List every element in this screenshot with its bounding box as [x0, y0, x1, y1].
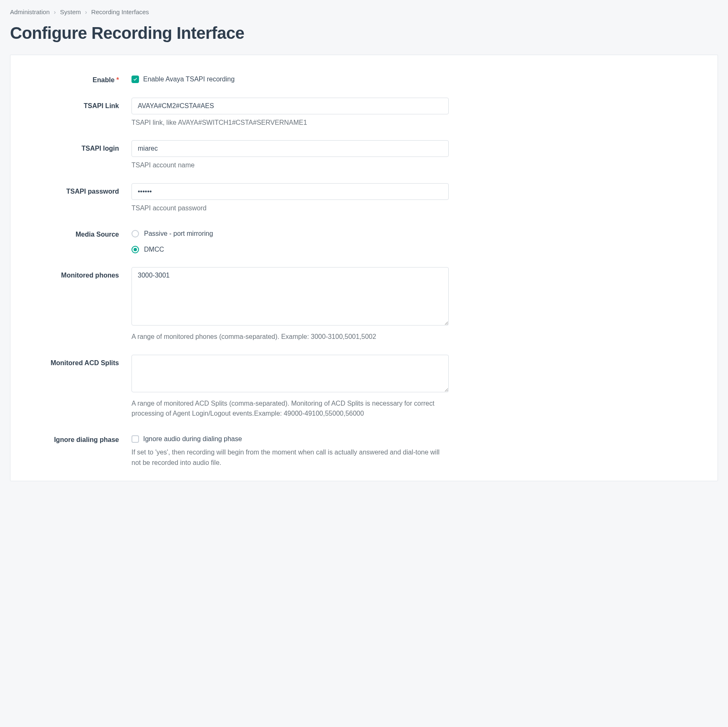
radio-dmcc[interactable]: DMCC	[131, 245, 449, 255]
row-monitored-acd: Monitored ACD Splits A range of monitore…	[23, 355, 705, 419]
breadcrumb: Administration › System › Recording Inte…	[10, 8, 718, 17]
ignore-dialing-checkbox[interactable]	[131, 435, 139, 443]
hint-tsapi-login: TSAPI account name	[131, 160, 449, 171]
label-enable: Enable *	[23, 72, 131, 85]
tsapi-login-input[interactable]	[131, 140, 449, 157]
row-ignore-dialing: Ignore dialing phase Ignore audio during…	[23, 432, 705, 468]
label-tsapi-link: TSAPI Link	[23, 98, 131, 111]
label-tsapi-login: TSAPI login	[23, 140, 131, 154]
page-title: Configure Recording Interface	[10, 20, 718, 45]
monitored-acd-textarea[interactable]	[131, 355, 449, 392]
check-icon	[133, 77, 138, 82]
monitored-phones-textarea[interactable]	[131, 267, 449, 326]
tsapi-link-input[interactable]	[131, 98, 449, 114]
hint-tsapi-password: TSAPI account password	[131, 203, 449, 214]
breadcrumb-item-recording-interfaces[interactable]: Recording Interfaces	[91, 8, 149, 17]
enable-checkbox[interactable]	[131, 76, 139, 83]
label-monitored-phones: Monitored phones	[23, 267, 131, 280]
row-media-source: Media Source Passive - port mirroring DM…	[23, 226, 705, 255]
hint-ignore-dialing: If set to 'yes', then recording will beg…	[131, 447, 449, 468]
hint-tsapi-link: TSAPI link, like AVAYA#SWITCH1#CSTA#SERV…	[131, 118, 449, 128]
radio-icon	[131, 246, 139, 253]
label-ignore-dialing: Ignore dialing phase	[23, 432, 131, 445]
tsapi-password-input[interactable]	[131, 183, 449, 200]
row-tsapi-password: TSAPI password TSAPI account password	[23, 183, 705, 214]
hint-monitored-acd: A range of monitored ACD Splits (comma-s…	[131, 399, 449, 419]
config-panel: Enable * Enable Avaya TSAPI recording TS…	[10, 55, 718, 481]
label-tsapi-password: TSAPI password	[23, 183, 131, 197]
radio-passive-label: Passive - port mirroring	[144, 229, 213, 239]
label-media-source: Media Source	[23, 226, 131, 240]
chevron-right-icon: ›	[85, 8, 87, 17]
label-monitored-acd: Monitored ACD Splits	[23, 355, 131, 368]
row-enable: Enable * Enable Avaya TSAPI recording	[23, 72, 705, 85]
breadcrumb-item-system[interactable]: System	[60, 8, 81, 17]
row-tsapi-login: TSAPI login TSAPI account name	[23, 140, 705, 171]
required-indicator: *	[116, 76, 119, 83]
radio-icon	[131, 230, 139, 237]
breadcrumb-item-administration[interactable]: Administration	[10, 8, 50, 17]
hint-monitored-phones: A range of monitored phones (comma-separ…	[131, 332, 449, 342]
radio-passive[interactable]: Passive - port mirroring	[131, 229, 449, 239]
chevron-right-icon: ›	[54, 8, 56, 17]
radio-dmcc-label: DMCC	[144, 245, 164, 255]
ignore-dialing-checkbox-label: Ignore audio during dialing phase	[143, 434, 242, 444]
enable-checkbox-label: Enable Avaya TSAPI recording	[143, 74, 235, 84]
row-tsapi-link: TSAPI Link TSAPI link, like AVAYA#SWITCH…	[23, 98, 705, 128]
row-monitored-phones: Monitored phones A range of monitored ph…	[23, 267, 705, 342]
